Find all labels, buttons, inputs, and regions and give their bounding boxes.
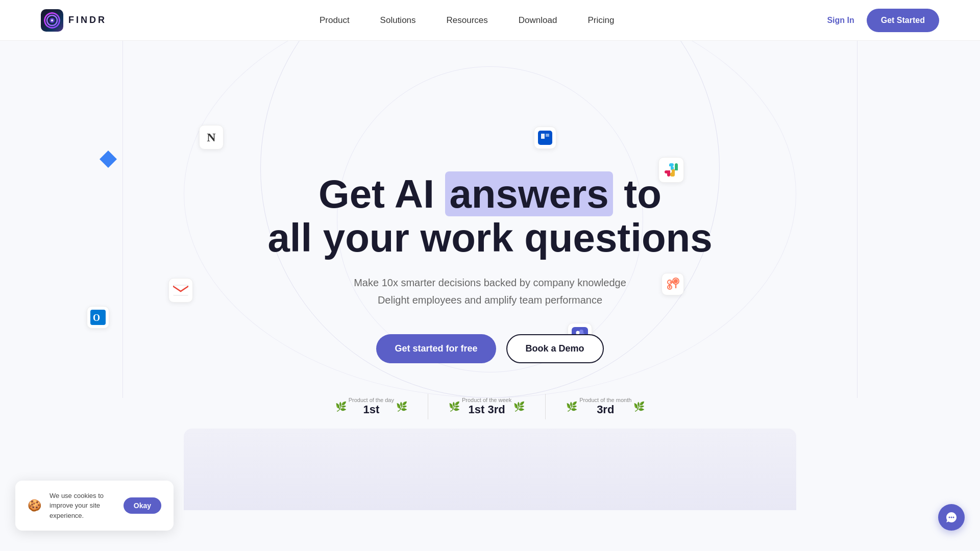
bottom-preview — [184, 429, 796, 510]
hero-subtitle: Make 10x smarter decisions backed by com… — [267, 274, 712, 309]
svg-point-1 — [50, 18, 55, 23]
hero-title-line2: all your work questions — [267, 215, 712, 260]
svg-point-18 — [951, 517, 952, 518]
gmail-icon — [168, 278, 193, 303]
bg-line-right — [857, 41, 857, 398]
hero-content: Get AI answers to all your work question… — [267, 172, 712, 420]
logo[interactable]: FINDR — [41, 9, 107, 32]
hero-section: N O — [0, 41, 980, 510]
award-divider-2 — [545, 394, 546, 419]
nav-actions: Sign In Get Started — [827, 9, 939, 32]
navbar: FINDR Product Solutions Resources Downlo… — [0, 0, 980, 41]
logo-text: FINDR — [68, 15, 107, 26]
hero-subtitle-line2: Delight employees and amplify team perfo… — [378, 294, 602, 306]
award-day: 🌿 Product of the day 1st 🌿 — [335, 397, 407, 416]
svg-point-0 — [47, 15, 57, 26]
cookie-banner: 🍪 We use cookies to improve your site ex… — [15, 481, 174, 531]
svg-point-2 — [51, 19, 53, 21]
award-month-laurel: 🌿 Product of the month 3rd 🌿 — [566, 397, 645, 416]
award-week-laurel: 🌿 Product of the week 1st 3rd 🌿 — [449, 397, 525, 416]
award-day-label: Product of the day — [349, 397, 394, 403]
bg-line-left — [122, 41, 123, 398]
nav-pricing[interactable]: Pricing — [587, 15, 614, 26]
hero-title-to: to — [613, 171, 662, 216]
book-demo-button[interactable]: Book a Demo — [506, 334, 604, 363]
award-month-label: Product of the month — [579, 397, 631, 403]
hero-title-start: Get AI — [318, 171, 445, 216]
chat-button[interactable] — [938, 504, 965, 531]
award-day-laurel: 🌿 Product of the day 1st 🌿 — [335, 397, 407, 416]
svg-point-17 — [949, 517, 950, 518]
hero-title: Get AI answers to all your work question… — [267, 172, 712, 260]
cookie-text: We use cookies to improve your site expe… — [50, 491, 115, 521]
cookie-icon: 🍪 — [28, 499, 41, 512]
award-week-rank: 1st 3rd — [462, 403, 511, 416]
get-started-free-button[interactable]: Get started for free — [376, 334, 496, 363]
svg-text:O: O — [93, 313, 100, 323]
cookie-okay-button[interactable]: Okay — [124, 497, 161, 514]
nav-solutions[interactable]: Solutions — [380, 15, 416, 26]
award-week: 🌿 Product of the week 1st 3rd 🌿 — [449, 397, 525, 416]
nav-product[interactable]: Product — [320, 15, 350, 26]
nav-links: Product Solutions Resources Download Pri… — [320, 15, 614, 26]
hero-buttons: Get started for free Book a Demo — [267, 334, 712, 363]
notion-icon: N — [199, 125, 224, 149]
award-divider-1 — [428, 394, 428, 419]
svg-point-19 — [953, 517, 954, 518]
award-month: 🌿 Product of the month 3rd 🌿 — [566, 397, 645, 416]
hero-subtitle-line1: Make 10x smarter decisions backed by com… — [354, 277, 626, 288]
svg-rect-6 — [538, 131, 552, 145]
award-week-label: Product of the week — [462, 397, 511, 403]
awards-section: 🌿 Product of the day 1st 🌿 🌿 Product of … — [267, 394, 712, 419]
logo-icon — [41, 9, 63, 32]
get-started-nav-button[interactable]: Get Started — [867, 9, 939, 32]
nav-resources[interactable]: Resources — [447, 15, 488, 26]
diamond-icon — [100, 151, 117, 168]
confluence-icon — [534, 127, 556, 149]
hero-title-highlight: answers — [445, 171, 612, 216]
nav-download[interactable]: Download — [519, 15, 557, 26]
award-day-rank: 1st — [349, 403, 394, 416]
award-month-rank: 3rd — [579, 403, 631, 416]
sign-in-button[interactable]: Sign In — [827, 16, 854, 25]
outlook-icon: O — [87, 306, 109, 329]
